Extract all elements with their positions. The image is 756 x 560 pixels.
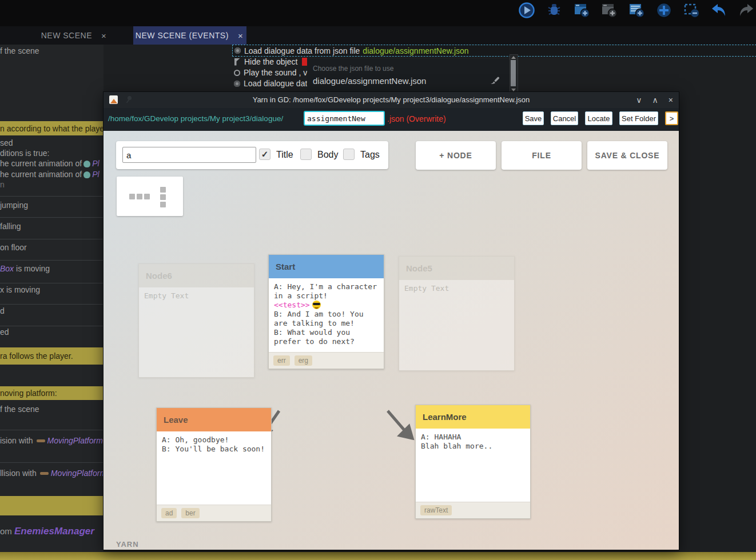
node-tag[interactable]: err xyxy=(273,355,290,366)
tags-checkbox-label[interactable]: Tags xyxy=(360,150,380,160)
event-row-play-sound[interactable]: Play the sound , v xyxy=(232,68,307,77)
yarn-command: <<test>> xyxy=(274,301,310,309)
event-condition[interactable]: x is moving xyxy=(0,285,104,294)
event-condition[interactable]: he current animation ofPl xyxy=(0,170,104,179)
directory-path: /home/fox/GDevelop projects/My project3/… xyxy=(108,114,283,123)
node-title: Start xyxy=(276,262,295,271)
event-row[interactable]: om EnemiesManager xyxy=(0,526,104,537)
yarn-editor-window: Yarn in GD: /home/fox/GDevelop projects/… xyxy=(103,91,679,550)
window-title: Yarn in GD: /home/fox/GDevelop projects/… xyxy=(104,92,679,108)
window-titlebar[interactable]: Yarn in GD: /home/fox/GDevelop projects/… xyxy=(104,92,679,108)
json-path-field[interactable]: dialogue/assignmentNew.json xyxy=(313,76,426,86)
player-object-icon xyxy=(83,161,90,167)
body-checkbox-label[interactable]: Body xyxy=(317,150,338,160)
node-title: Node5 xyxy=(406,263,432,273)
tab-label: NEW SCENE xyxy=(41,31,92,40)
tags-checkbox[interactable] xyxy=(343,149,355,160)
play-icon[interactable] xyxy=(518,2,535,19)
events-left-column: f the scene n according to what the play… xyxy=(0,45,104,560)
save-button[interactable]: Save xyxy=(523,111,544,125)
overwrite-warning: .json (Overwrite) xyxy=(387,114,446,123)
filename-input[interactable] xyxy=(304,111,385,126)
node-start[interactable]: Start A: Hey, I'm a character in a scrip… xyxy=(268,254,384,369)
add-node-button[interactable]: + NODE xyxy=(416,141,496,170)
event-row[interactable]: d xyxy=(0,306,104,315)
deselect-icon[interactable] xyxy=(683,2,700,19)
player-object-icon xyxy=(83,171,90,178)
event-comment[interactable]: n according to what the playe xyxy=(0,121,104,135)
pan-down-button[interactable] xyxy=(160,202,166,207)
node-leave[interactable]: Leave A: Oh, goodbye! B: You'll be back … xyxy=(156,407,272,522)
platform-object-icon xyxy=(37,439,45,442)
redo-icon[interactable] xyxy=(738,2,755,19)
event-row[interactable]: sed xyxy=(0,138,104,147)
zoom-control-widget xyxy=(117,177,183,216)
search-input[interactable] xyxy=(122,147,256,163)
locate-button[interactable]: Locate xyxy=(585,111,612,125)
pan-center-button[interactable] xyxy=(160,194,166,200)
ide-toolbar xyxy=(0,0,756,26)
brush-icon[interactable] xyxy=(490,74,501,87)
event-row: ditions is true: xyxy=(0,149,104,158)
node-learnmore[interactable]: LearnMore A: HAHAHA Blah blah more.. raw… xyxy=(415,405,531,519)
tab-new-scene-events[interactable]: NEW SCENE (EVENTS) × xyxy=(133,26,246,45)
title-checkbox-label[interactable]: Title xyxy=(276,150,293,160)
search-panel: ✓ Title Body Tags xyxy=(116,141,388,169)
node-tag[interactable]: erg xyxy=(295,355,312,366)
event-row[interactable]: falling xyxy=(0,222,104,231)
add-object-icon[interactable] xyxy=(655,2,673,19)
debug-icon[interactable] xyxy=(546,2,563,19)
event-condition[interactable]: he current animation ofPl xyxy=(0,159,104,168)
toolbar-icons xyxy=(518,2,755,19)
event-comment[interactable] xyxy=(0,496,104,515)
more-button[interactable]: > xyxy=(665,111,678,125)
event-row[interactable]: ed xyxy=(0,327,104,337)
event-condition[interactable]: llision withMovingPlatform xyxy=(0,469,104,478)
event-row[interactable]: f the scene xyxy=(0,46,104,55)
save-and-close-button[interactable]: SAVE & CLOSE xyxy=(587,141,667,170)
yarn-branding-label: YARN xyxy=(116,540,139,549)
clock-icon xyxy=(234,70,240,76)
event-row[interactable]: jumping xyxy=(0,201,104,210)
title-checkbox[interactable]: ✓ xyxy=(259,149,270,160)
add-external-layout-icon[interactable] xyxy=(600,2,618,19)
pan-up-button[interactable] xyxy=(160,187,166,193)
tab-label: NEW SCENE (EVENTS) xyxy=(136,31,229,40)
node-node6[interactable]: Node6 Empty Text xyxy=(138,263,254,378)
scroll-up-icon[interactable] xyxy=(511,56,516,59)
event-row[interactable]: on floor xyxy=(0,243,104,252)
node-tag[interactable]: rawText xyxy=(420,505,452,515)
node-tag[interactable]: ber xyxy=(181,508,199,518)
scrollbar-thumb[interactable] xyxy=(511,60,516,86)
node-node5[interactable]: Node5 Empty Text xyxy=(399,256,515,371)
undo-icon[interactable] xyxy=(710,2,727,19)
event-comment[interactable]: ra follows the player. xyxy=(0,347,104,365)
zoom-level-3-button[interactable] xyxy=(144,194,150,199)
events-scrollbar[interactable] xyxy=(510,54,518,93)
event-condition[interactable]: ision withMovingPlatform xyxy=(0,436,104,445)
zoom-level-1-button[interactable] xyxy=(129,194,135,199)
tab-new-scene[interactable]: NEW SCENE × xyxy=(17,26,132,45)
yarn-node-canvas[interactable]: ✓ Title Body Tags + NODE FILE SAVE & CLO… xyxy=(104,131,679,550)
event-comment[interactable]: noving platform: xyxy=(0,386,104,400)
event-row-selected[interactable]: Load dialogue data from json file dialog… xyxy=(232,45,756,57)
event-row[interactable]: f the scene xyxy=(0,405,104,414)
event-row-hide-object[interactable]: Hide the object xyxy=(232,57,307,66)
node-tag[interactable]: ad xyxy=(161,508,177,518)
window-minimize-icon[interactable]: ∨ xyxy=(635,95,643,105)
window-maximize-icon[interactable]: ∧ xyxy=(651,95,659,105)
body-checkbox[interactable] xyxy=(300,149,312,160)
file-menu-button[interactable]: FILE xyxy=(502,141,582,170)
event-condition[interactable]: Box is moving xyxy=(0,264,104,273)
set-folder-button[interactable]: Set Folder xyxy=(619,111,658,125)
window-close-icon[interactable]: × xyxy=(667,95,674,105)
event-row-load-dialogue[interactable]: Load dialogue dat xyxy=(232,79,307,88)
event-row: n xyxy=(0,180,104,189)
zoom-level-2-button[interactable] xyxy=(137,194,142,199)
json-file-link[interactable]: dialogue/assignmentNew.json xyxy=(363,46,468,55)
add-external-events-icon[interactable] xyxy=(628,2,645,19)
tab-close-icon[interactable]: × xyxy=(100,31,108,41)
cancel-button[interactable]: Cancel xyxy=(551,111,578,125)
tab-close-icon[interactable]: × xyxy=(237,31,244,41)
add-scene-icon[interactable] xyxy=(573,2,590,19)
